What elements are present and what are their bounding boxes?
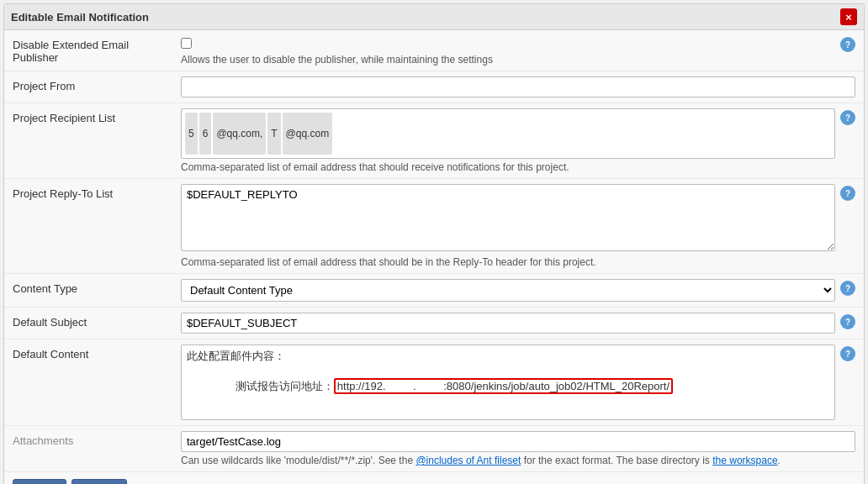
content-type-help-icon[interactable]: ?: [840, 281, 855, 296]
disable-extended-help-icon[interactable]: ?: [840, 37, 855, 52]
recipient-tag-1: 5: [185, 113, 198, 155]
default-content-input-col: 此处配置邮件内容： 测试报告访问地址：http://192. . :8080/j…: [181, 345, 835, 420]
disable-extended-row: Disable Extended Email Publisher Allows …: [4, 30, 864, 71]
recipient-tag-container[interactable]: 5 6 @qq.com, T @qq.com: [181, 108, 835, 159]
attachments-label: Attachments: [13, 431, 181, 447]
recipient-hint: Comma-separated list of email address th…: [181, 161, 835, 173]
attachments-hint: Can use wildcards like 'module/dist/**/*…: [181, 455, 855, 466]
form-body: Disable Extended Email Publisher Allows …: [4, 30, 864, 484]
attachments-input-col: Can use wildcards like 'module/dist/**/*…: [181, 431, 855, 466]
default-content-help-icon[interactable]: ?: [840, 346, 855, 361]
project-recipient-row: Project Recipient List 5 6 @qq.com, T @q…: [4, 103, 864, 179]
project-replyto-textarea[interactable]: $DEFAULT_REPLYTO: [181, 184, 835, 251]
content-url: http://192. . :8080/jenkins/job/auto_job…: [334, 378, 673, 394]
content-line-1: 此处配置邮件内容：: [187, 349, 829, 364]
content-type-select[interactable]: Default Content Type HTML Plain Text Bot…: [181, 279, 835, 302]
content-type-row: Content Type Default Content Type HTML P…: [4, 274, 864, 308]
close-button[interactable]: ×: [840, 8, 857, 25]
disable-extended-input-col: Allows the user to disable the publisher…: [181, 35, 835, 66]
recipient-tag-4: T: [267, 113, 280, 155]
attachments-link2[interactable]: the workspace: [712, 455, 777, 466]
recipient-tag-2: 6: [199, 113, 212, 155]
attachments-link1[interactable]: @includes of Ant fileset: [415, 455, 521, 466]
recipient-tag-5: @qq.com: [283, 113, 333, 155]
content-type-input-col: Default Content Type HTML Plain Text Bot…: [181, 279, 835, 302]
disable-extended-checkbox[interactable]: [181, 38, 192, 49]
replyto-help-icon[interactable]: ?: [840, 186, 855, 201]
footer-buttons: Save Apply: [4, 472, 864, 484]
attachments-hint-suffix: .: [778, 455, 781, 466]
project-recipient-input-col: 5 6 @qq.com, T @qq.com Comma-separated l…: [181, 108, 835, 173]
default-subject-input[interactable]: [181, 313, 835, 334]
panel-title: Editable Email Notification: [11, 11, 149, 24]
project-from-input-col: [181, 76, 855, 97]
content-line-2: 测试报告访问地址：http://192. . :8080/jenkins/job…: [187, 364, 829, 410]
default-subject-input-col: [181, 313, 835, 334]
recipient-help-icon[interactable]: ?: [840, 110, 855, 125]
attachments-input[interactable]: [181, 431, 855, 452]
default-subject-help-icon[interactable]: ?: [840, 314, 855, 329]
disable-extended-hint: Allows the user to disable the publisher…: [181, 54, 835, 66]
content-type-label: Content Type: [13, 279, 181, 295]
attachments-hint-prefix: Can use wildcards like 'module/dist/**/*…: [181, 455, 415, 466]
project-replyto-label: Project Reply-To List: [13, 184, 181, 200]
replyto-hint: Comma-separated list of email address th…: [181, 256, 835, 268]
disable-extended-label: Disable Extended Email Publisher: [13, 35, 181, 64]
panel-header: Editable Email Notification ×: [4, 4, 864, 30]
default-content-row: Default Content 此处配置邮件内容： 测试报告访问地址：http:…: [4, 339, 864, 426]
project-from-label: Project From: [13, 76, 181, 92]
project-from-row: Project From: [4, 71, 864, 103]
project-replyto-input-col: $DEFAULT_REPLYTO Comma-separated list of…: [181, 184, 835, 268]
attachments-hint-middle: for the exact format. The base directory…: [521, 455, 712, 466]
project-from-input[interactable]: [181, 76, 855, 97]
apply-button[interactable]: Apply: [71, 479, 128, 484]
default-subject-label: Default Subject: [13, 313, 181, 329]
default-content-label: Default Content: [13, 345, 181, 360]
default-subject-row: Default Subject ?: [4, 308, 864, 339]
recipient-tag-3: @qq.com,: [213, 113, 266, 155]
project-recipient-label: Project Recipient List: [13, 108, 181, 124]
attachments-row: Attachments Can use wildcards like 'modu…: [4, 426, 864, 472]
project-replyto-row: Project Reply-To List $DEFAULT_REPLYTO C…: [4, 179, 864, 274]
default-content-area[interactable]: 此处配置邮件内容： 测试报告访问地址：http://192. . :8080/j…: [181, 345, 835, 420]
save-button[interactable]: Save: [13, 479, 66, 484]
content-line-2-prefix: 测试报告访问地址：: [236, 380, 334, 392]
